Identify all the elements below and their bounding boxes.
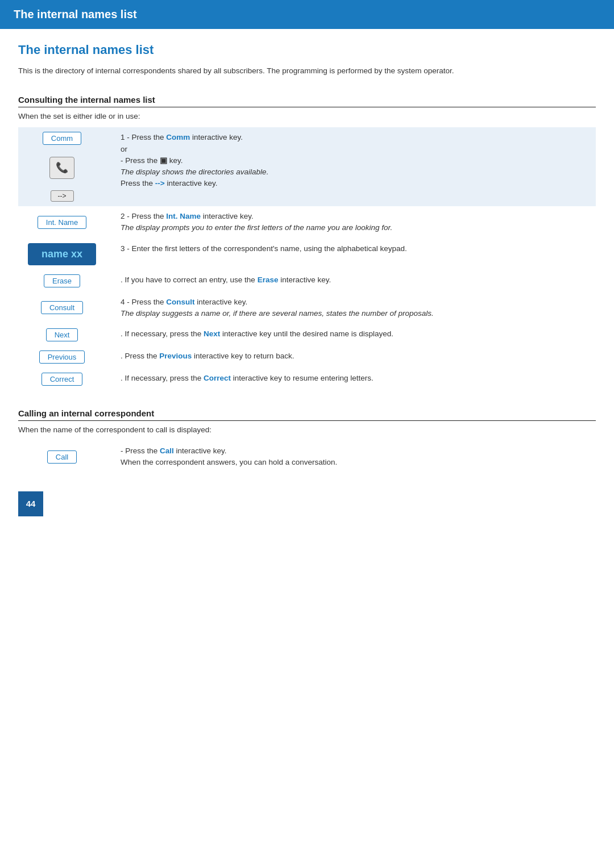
key-cell-call: Call xyxy=(18,441,115,473)
table-row: Previous . Press the Previous interactiv… xyxy=(18,346,596,368)
page-header: The internal names list xyxy=(0,0,614,29)
section-subtext-consulting: When the set is either idle or in use: xyxy=(18,112,596,120)
key-cell-comm: Comm 📞 --> xyxy=(18,127,115,206)
page-number-badge: 44 xyxy=(18,491,43,516)
table-row: name xx 3 - Enter the first letters of t… xyxy=(18,239,596,270)
arrow-key-button[interactable]: --> xyxy=(51,190,74,202)
step-7-text: . Press the Previous interactive key to … xyxy=(115,346,596,368)
intro-text: This is the directory of internal corres… xyxy=(18,65,596,77)
key-cell-erase: Erase xyxy=(18,270,115,292)
step-2-text: 2 - Press the Int. Name interactive key.… xyxy=(115,206,596,239)
section-heading-calling: Calling an internal correspondent xyxy=(18,408,596,421)
comm-key-button[interactable]: Comm xyxy=(43,132,81,145)
section-heading-consulting: Consulting the internal names list xyxy=(18,95,596,107)
table-row: Int. Name 2 - Press the Int. Name intera… xyxy=(18,206,596,239)
calling-steps-table: Call - Press the Call interactive key. W… xyxy=(18,441,596,473)
consulting-steps-table: Comm 📞 --> 1 - Press the Comm interactiv… xyxy=(18,127,596,390)
step-6-text: . If necessary, press the Next interacti… xyxy=(115,324,596,346)
table-row: Comm 📞 --> 1 - Press the Comm interactiv… xyxy=(18,127,596,206)
table-row: Correct . If necessary, press the Correc… xyxy=(18,368,596,390)
next-key-button[interactable]: Next xyxy=(46,328,78,341)
table-row: Next . If necessary, press the Next inte… xyxy=(18,324,596,346)
step-5-text: 4 - Press the Consult interactive key. T… xyxy=(115,292,596,324)
section-consulting: Consulting the internal names list When … xyxy=(18,95,596,390)
step-8-text: . If necessary, press the Correct intera… xyxy=(115,368,596,390)
key-cell-correct: Correct xyxy=(18,368,115,390)
table-row: Erase . If you have to correct an entry,… xyxy=(18,270,596,292)
page-header-title: The internal names list xyxy=(14,8,137,20)
correct-key-button[interactable]: Correct xyxy=(42,373,83,386)
intname-key-button[interactable]: Int. Name xyxy=(38,216,86,229)
call-step-text: - Press the Call interactive key. When t… xyxy=(115,441,596,473)
key-cell-next: Next xyxy=(18,324,115,346)
consult-key-button[interactable]: Consult xyxy=(41,301,83,314)
article-title: The internal names list xyxy=(18,43,596,57)
key-cell-intname: Int. Name xyxy=(18,206,115,239)
erase-key-button[interactable]: Erase xyxy=(44,274,80,287)
key-cell-namexx: name xx xyxy=(18,239,115,270)
key-cell-previous: Previous xyxy=(18,346,115,368)
name-display-key: name xx xyxy=(28,243,96,265)
step-1-text: 1 - Press the Comm interactive key. or -… xyxy=(115,127,596,206)
previous-key-button[interactable]: Previous xyxy=(39,350,85,364)
step-4-text: . If you have to correct an entry, use t… xyxy=(115,270,596,292)
section-subtext-calling: When the name of the correspondent to ca… xyxy=(18,425,596,434)
call-key-button[interactable]: Call xyxy=(47,450,77,464)
table-row: Call - Press the Call interactive key. W… xyxy=(18,441,596,473)
key-cell-consult: Consult xyxy=(18,292,115,324)
section-calling: Calling an internal correspondent When t… xyxy=(18,408,596,473)
table-row: Consult 4 - Press the Consult interactiv… xyxy=(18,292,596,324)
step-3-text: 3 - Enter the first letters of the corre… xyxy=(115,239,596,270)
phone-icon: 📞 xyxy=(49,157,74,179)
